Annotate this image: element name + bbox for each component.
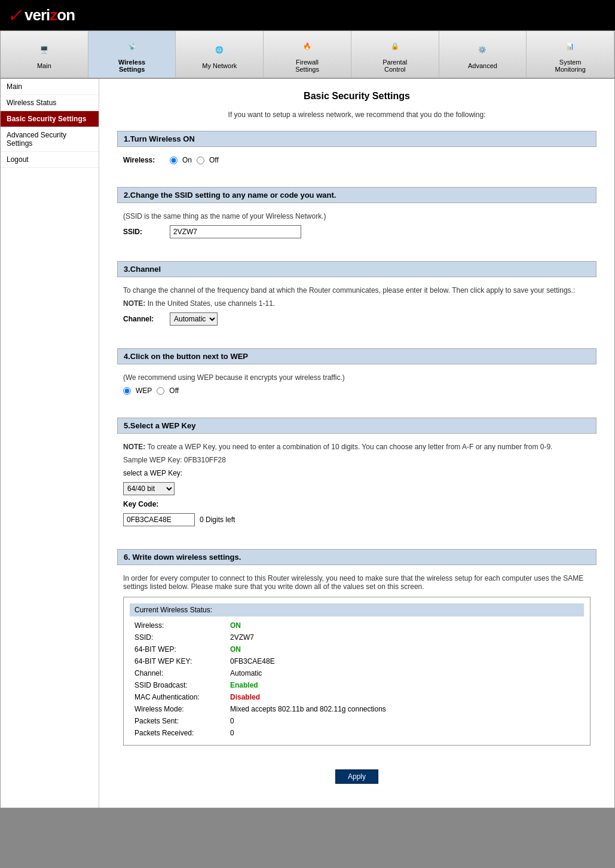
nav-parental[interactable]: 🔒 ParentalControl bbox=[351, 31, 439, 78]
sysmon-icon: 📊 bbox=[558, 36, 582, 57]
wep-off-label: Off bbox=[169, 387, 179, 395]
label-mac-auth: MAC Authentication: bbox=[130, 691, 225, 703]
key-code-label: Key Code: bbox=[123, 500, 165, 508]
value-64bitwep: ON bbox=[225, 643, 584, 655]
value-wireless-mode: Mixed accepts 802.11b and 802.11g connec… bbox=[225, 703, 584, 715]
nav-wireless-label: WirelessSettings bbox=[118, 59, 145, 73]
sidebar-item-logout[interactable]: Logout bbox=[1, 152, 99, 168]
section3-body: To change the channel of the frequency b… bbox=[117, 283, 596, 333]
wep-key-note: NOTE: To create a WEP Key, you need to e… bbox=[123, 443, 590, 451]
logo-text: verizon bbox=[25, 6, 75, 24]
table-row: Packets Received: 0 bbox=[130, 727, 584, 739]
section1-body: Wireless: On Off bbox=[117, 153, 596, 172]
nav-advanced-label: Advanced bbox=[468, 62, 497, 69]
writedown-desc: In order for every computer to connect t… bbox=[123, 574, 590, 591]
channel-row: Channel: Automatic 123 456 789 1011 bbox=[123, 312, 590, 326]
nav-advanced[interactable]: ⚙️ Advanced bbox=[439, 31, 527, 78]
key-code-label-row: Key Code: bbox=[123, 500, 590, 508]
ssid-note: (SSID is the same thing as the name of y… bbox=[123, 212, 590, 220]
nav-sysmon[interactable]: 📊 SystemMonitoring bbox=[527, 31, 614, 78]
wep-off-radio[interactable] bbox=[157, 387, 164, 395]
wep-toggle-row: WEP Off bbox=[123, 387, 590, 395]
wireless-icon: 📡 bbox=[120, 36, 144, 57]
label-wireless-mode: Wireless Mode: bbox=[130, 703, 225, 715]
wireless-on-radio[interactable] bbox=[170, 157, 178, 164]
value-channel: Automatic bbox=[225, 667, 584, 679]
nav-network-label: My Network bbox=[202, 62, 237, 69]
label-64bitwep: 64-BIT WEP: bbox=[130, 643, 225, 655]
nav-network[interactable]: 🌐 My Network bbox=[176, 31, 264, 78]
channel-note: NOTE: In the United States, use channels… bbox=[123, 299, 590, 308]
section-channel: 3.Channel To change the channel of the f… bbox=[117, 261, 596, 333]
value-64bitwepkey: 0FB3CAE48E bbox=[225, 655, 584, 667]
ssid-row: SSID: bbox=[123, 225, 590, 238]
section4-body: (We recommend using WEP because it encry… bbox=[117, 370, 596, 403]
wep-key-note-bold: NOTE: bbox=[123, 443, 145, 451]
sample-wep: Sample WEP Key: 0FB310FF28 bbox=[123, 456, 590, 464]
table-row: SSID: 2VZW7 bbox=[130, 631, 584, 643]
sidebar-item-main[interactable]: Main bbox=[1, 79, 99, 95]
value-mac-auth: Disabled bbox=[225, 691, 584, 703]
table-row: Channel: Automatic bbox=[130, 667, 584, 679]
navigation: 🖥️ Main 📡 WirelessSettings 🌐 My Network … bbox=[0, 30, 615, 78]
section2-body: (SSID is the same thing as the name of y… bbox=[117, 209, 596, 246]
channel-desc: To change the channel of the frequency b… bbox=[123, 286, 590, 295]
intro-text: If you want to setup a wireless network,… bbox=[117, 111, 596, 119]
channel-select[interactable]: Automatic 123 456 789 1011 bbox=[170, 312, 218, 326]
wireless-off-radio[interactable] bbox=[197, 157, 204, 164]
wireless-off-label: Off bbox=[209, 156, 219, 164]
logo: ✓ verizon bbox=[7, 5, 75, 26]
wep-radio[interactable] bbox=[123, 387, 131, 395]
value-wireless: ON bbox=[225, 619, 584, 631]
table-row: Wireless Mode: Mixed accepts 802.11b and… bbox=[130, 703, 584, 715]
nav-main[interactable]: 🖥️ Main bbox=[1, 31, 88, 78]
label-ssid-broadcast: SSID Broadcast: bbox=[130, 679, 225, 691]
wep-key-note-text: To create a WEP Key, you need to enter a… bbox=[147, 443, 552, 451]
header: ✓ verizon bbox=[0, 0, 615, 30]
nav-firewall[interactable]: 🔥 FirewallSettings bbox=[264, 31, 351, 78]
section5-body: NOTE: To create a WEP Key, you need to e… bbox=[117, 440, 596, 534]
key-size-select[interactable]: 64/40 bit 128/104 bit bbox=[123, 482, 175, 495]
label-packets-sent: Packets Sent: bbox=[130, 715, 225, 727]
firewall-icon: 🔥 bbox=[295, 36, 319, 57]
table-row: MAC Authentication: Disabled bbox=[130, 691, 584, 703]
ssid-input[interactable] bbox=[170, 225, 301, 238]
wep-note: (We recommend using WEP because it encry… bbox=[123, 373, 590, 382]
key-code-input[interactable] bbox=[123, 513, 195, 526]
label-channel: Channel: bbox=[130, 667, 225, 679]
ssid-label: SSID: bbox=[123, 228, 165, 236]
label-ssid: SSID: bbox=[130, 631, 225, 643]
nav-parental-label: ParentalControl bbox=[383, 59, 407, 73]
apply-button[interactable]: Apply bbox=[335, 769, 378, 784]
table-row: Packets Sent: 0 bbox=[130, 715, 584, 727]
main-layout: Main Wireless Status Basic Security Sett… bbox=[0, 78, 615, 808]
select-wep-label: select a WEP Key: bbox=[123, 469, 182, 477]
section-writedown: 6. Write down wireless settings. In orde… bbox=[117, 549, 596, 754]
logo-checkmark: ✓ bbox=[7, 5, 22, 26]
main-icon: 🖥️ bbox=[32, 39, 56, 60]
digits-left: 0 Digits left bbox=[200, 516, 235, 524]
status-table-header: Current Wireless Status: bbox=[130, 603, 584, 617]
nav-firewall-label: FirewallSettings bbox=[295, 59, 319, 73]
sidebar-item-wireless-status[interactable]: Wireless Status bbox=[1, 95, 99, 111]
nav-main-label: Main bbox=[37, 62, 51, 69]
nav-wireless[interactable]: 📡 WirelessSettings bbox=[88, 31, 176, 78]
value-ssid-broadcast: Enabled bbox=[225, 679, 584, 691]
wep-label: WEP bbox=[136, 387, 152, 395]
section-wireless-on: 1.Turn Wireless ON Wireless: On Off bbox=[117, 131, 596, 172]
section2-header: 2.Change the SSID setting to any name or… bbox=[117, 187, 596, 203]
section-ssid: 2.Change the SSID setting to any name or… bbox=[117, 187, 596, 246]
sidebar: Main Wireless Status Basic Security Sett… bbox=[1, 79, 99, 808]
label-64bitwepkey: 64-BIT WEP KEY: bbox=[130, 655, 225, 667]
table-row: Wireless: ON bbox=[130, 619, 584, 631]
channel-label: Channel: bbox=[123, 315, 165, 323]
nav-sysmon-label: SystemMonitoring bbox=[555, 59, 585, 73]
note-bold: NOTE: bbox=[123, 299, 145, 308]
table-row: SSID Broadcast: Enabled bbox=[130, 679, 584, 691]
sidebar-item-basic-security[interactable]: Basic Security Settings bbox=[1, 111, 99, 127]
advanced-icon: ⚙️ bbox=[470, 39, 494, 60]
sidebar-item-advanced-security[interactable]: Advanced Security Settings bbox=[1, 127, 99, 152]
note-text: In the United States, use channels 1-11. bbox=[148, 299, 275, 308]
status-table: Wireless: ON SSID: 2VZW7 64-BIT WEP: ON bbox=[130, 619, 584, 739]
section-wep-key: 5.Select a WEP Key NOTE: To create a WEP… bbox=[117, 418, 596, 534]
